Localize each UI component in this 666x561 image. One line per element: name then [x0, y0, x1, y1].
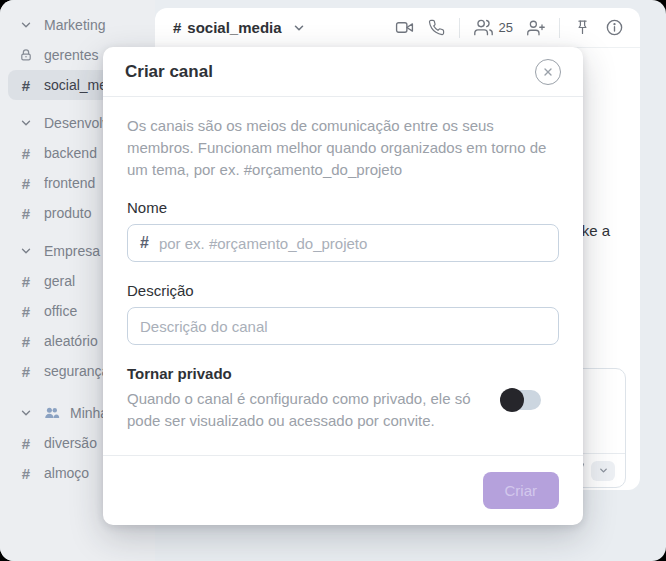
sidebar-group-header-marketing[interactable]: Marketing [0, 10, 155, 40]
member-count: 25 [499, 20, 513, 35]
channel-label: geral [44, 273, 75, 289]
people-icon [44, 405, 60, 421]
hash-icon: # [18, 363, 34, 380]
channel-header: # social_media 25 [155, 8, 640, 48]
hash-icon: # [18, 175, 34, 192]
channel-label: gerentes [44, 47, 98, 63]
chevron-down-icon [18, 406, 34, 420]
send-options-button[interactable] [591, 461, 615, 481]
group-label: Empresa [44, 243, 100, 259]
channel-title[interactable]: # social_media [173, 19, 306, 36]
name-input-wrap: # [127, 224, 559, 262]
toggle-knob [500, 388, 524, 412]
add-member-button[interactable] [527, 19, 545, 37]
channel-label: social_me [44, 77, 107, 93]
hash-icon: # [18, 333, 34, 350]
chevron-down-icon [292, 21, 306, 35]
name-field-label: Nome [127, 199, 559, 216]
channel-name: social_media [187, 19, 281, 36]
close-button[interactable] [535, 59, 561, 85]
modal-title: Criar canal [125, 62, 213, 82]
modal-footer: Criar [103, 455, 583, 525]
create-channel-button[interactable]: Criar [483, 472, 560, 509]
pin-button[interactable] [574, 19, 591, 36]
hash-icon: # [18, 435, 34, 452]
hash-icon: # [18, 465, 34, 482]
channel-label: produto [44, 205, 91, 221]
modal-header: Criar canal [103, 47, 583, 97]
private-toggle-description: Quando o canal é configurado como privad… [127, 388, 487, 432]
private-toggle-label: Tornar privado [127, 365, 559, 382]
description-input-wrap [127, 307, 559, 345]
channel-label: aleatório [44, 333, 98, 349]
app-window: Marketing gerentes # social_me Desenvolv [0, 0, 666, 561]
channel-label: frontend [44, 175, 95, 191]
members-button[interactable] [474, 18, 493, 37]
channel-label: segurança [44, 363, 109, 379]
hash-icon: # [18, 77, 34, 94]
channel-label: backend [44, 145, 97, 161]
description-field-label: Descrição [127, 282, 559, 299]
private-toggle-switch[interactable] [503, 390, 541, 410]
lock-icon [18, 48, 34, 62]
hash-icon: # [18, 145, 34, 162]
toolbar-divider [459, 18, 460, 38]
modal-body: Os canais são os meios de comunicação en… [103, 97, 583, 455]
channel-label: office [44, 303, 77, 319]
video-call-button[interactable] [395, 18, 414, 37]
toolbar-divider [559, 18, 560, 38]
hash-icon: # [18, 273, 34, 290]
hash-icon: # [18, 205, 34, 222]
voice-call-button[interactable] [428, 19, 445, 36]
hash-icon: # [140, 234, 149, 252]
chevron-down-icon [18, 18, 34, 32]
group-label: Desenvolv [44, 115, 109, 131]
header-toolbar: 25 [395, 18, 624, 38]
channel-label: almoço [44, 465, 89, 481]
channel-label: diversão [44, 435, 97, 451]
modal-description: Os canais são os meios de comunicação en… [127, 115, 559, 181]
channel-name-input[interactable] [159, 235, 546, 252]
create-channel-modal: Criar canal Os canais são os meios de co… [103, 47, 583, 525]
group-label: Marketing [44, 17, 105, 33]
channel-description-input[interactable] [140, 318, 546, 335]
hash-icon: # [173, 19, 181, 36]
private-row: Quando o canal é configurado como privad… [127, 388, 559, 432]
info-button[interactable] [605, 18, 624, 37]
chevron-down-icon [18, 116, 34, 130]
chevron-down-icon [18, 244, 34, 258]
hash-icon: # [18, 303, 34, 320]
